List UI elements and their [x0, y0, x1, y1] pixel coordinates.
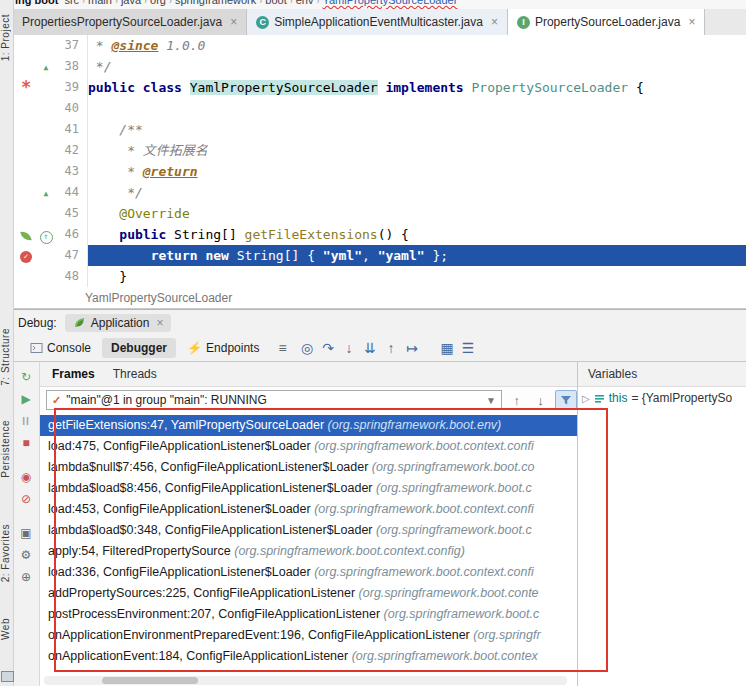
stack-frames-list[interactable]: getFileExtensions:47, YamlPropertySource… — [40, 413, 577, 686]
stack-frame-row[interactable]: onApplicationEnvironmentPreparedEvent:19… — [40, 625, 577, 646]
variable-value: = {YamlPropertySo — [631, 391, 732, 405]
step-into-icon[interactable]: ↓ — [339, 340, 360, 356]
run-to-cursor-icon[interactable]: ↦ — [402, 340, 423, 356]
variable-row-this[interactable]: ▷ this = {YamlPropertySo — [578, 387, 746, 409]
fold-marker-icon[interactable]: ▲ — [44, 63, 49, 72]
breakpoint-icon[interactable]: ✓ — [20, 251, 32, 263]
stack-frame-row[interactable]: load:336, ConfigFileApplicationListener$… — [40, 562, 577, 583]
layout-settings-icon[interactable]: ☰ — [458, 340, 479, 356]
stack-frame-row[interactable]: lambda$null$7:456, ConfigFileApplication… — [40, 457, 577, 478]
code-line: 45 @Override — [13, 203, 746, 224]
line-number[interactable]: 41 — [53, 119, 87, 140]
tool-button-project[interactable]: 1: Project — [0, 14, 13, 61]
settings-gear-icon[interactable]: ⚙ — [15, 544, 37, 566]
stack-frame-row[interactable]: postProcessEnvironment:207, ConfigFileAp… — [40, 604, 577, 625]
breadcrumb-segment[interactable]: src — [64, 0, 79, 6]
tab-endpoints[interactable]: ⚡ Endpoints — [178, 338, 268, 358]
code-line: 37 * @since 1.0.0 — [13, 35, 746, 56]
line-number[interactable]: 47 — [53, 245, 87, 266]
spring-bean-icon[interactable] — [20, 230, 32, 242]
stack-frame-row[interactable]: load:475, ConfigFileApplicationListener$… — [40, 436, 577, 457]
tool-button-structure[interactable]: 7: Structure — [0, 328, 13, 386]
breadcrumb-segment[interactable]: env — [296, 0, 314, 6]
tool-button-favorites[interactable]: 2: Favorites — [0, 524, 13, 582]
line-number[interactable]: 42 — [53, 140, 87, 161]
line-number[interactable]: 43 — [53, 161, 87, 182]
stack-frame-row[interactable]: getFileExtensions:47, YamlPropertySource… — [40, 415, 577, 436]
step-over-icon[interactable]: ↷ — [318, 340, 339, 356]
fold-marker-icon[interactable]: ▲ — [44, 189, 49, 198]
show-execution-point-icon[interactable]: ◎ — [297, 340, 318, 356]
tab-debugger[interactable]: Debugger — [102, 338, 176, 358]
class-marker-icon: * — [21, 77, 31, 97]
stack-frame-row[interactable]: load:453, ConfigFileApplicationListener$… — [40, 499, 577, 520]
chevron-right-icon: › — [82, 0, 85, 6]
next-frame-icon[interactable]: ↓ — [532, 393, 550, 408]
monitor-icon[interactable] — [1, 671, 14, 682]
stop-icon[interactable]: ■ — [15, 432, 37, 454]
step-out-icon[interactable]: ↑ — [381, 340, 402, 356]
variable-name: this — [609, 391, 628, 405]
line-number[interactable]: 44 — [53, 182, 87, 203]
chevron-right-icon: › — [115, 0, 118, 6]
view-grid-icon[interactable]: ▦ — [437, 340, 458, 356]
breadcrumb-segment[interactable]: java — [121, 0, 141, 6]
frames-panel-header: Frames Threads — [40, 362, 577, 387]
tab-frames[interactable]: Frames — [52, 367, 95, 381]
view-breakpoints-icon[interactable]: ◉ — [15, 466, 37, 488]
thread-selector-dropdown[interactable]: ✓ "main"@1 in group "main": RUNNING ▼ — [46, 390, 502, 410]
chevron-right-icon: › — [290, 0, 293, 6]
line-number[interactable]: 37 — [53, 35, 87, 56]
tab-console[interactable]: Console — [21, 338, 100, 358]
breadcrumb-segment[interactable]: main — [88, 0, 112, 6]
pause-icon[interactable]: II — [15, 410, 37, 432]
mute-breakpoints-icon[interactable]: ⊘ — [15, 488, 37, 510]
spring-boot-icon — [73, 316, 86, 329]
code-editor[interactable]: 37 * @since 1.0.0▲38 */*39public class Y… — [13, 35, 746, 288]
run-config-tab-application[interactable]: Application × — [65, 314, 172, 332]
line-number[interactable]: 40 — [53, 98, 87, 119]
expand-chevron-icon[interactable]: ▷ — [582, 393, 590, 404]
stack-frame-row[interactable]: lambda$load$8:456, ConfigFileApplication… — [40, 478, 577, 499]
line-number[interactable]: 48 — [53, 266, 87, 287]
chevron-right-icon: › — [169, 0, 172, 6]
tab-threads[interactable]: Threads — [113, 367, 157, 381]
close-icon[interactable]: × — [491, 15, 498, 29]
close-icon[interactable]: × — [156, 316, 163, 330]
breadcrumb-segment[interactable]: org — [150, 0, 166, 6]
resume-icon[interactable]: ▶ — [15, 388, 37, 410]
previous-frame-icon[interactable]: ↑ — [508, 393, 526, 408]
breadcrumb-segment[interactable]: springframework — [175, 0, 256, 6]
breadcrumb-segment[interactable]: boot — [265, 0, 286, 6]
stack-frame-row[interactable]: lambda$load$0:348, ConfigFileApplication… — [40, 520, 577, 541]
line-number[interactable]: 39 — [53, 77, 87, 98]
stack-frame-row[interactable]: addPropertySources:225, ConfigFileApplic… — [40, 583, 577, 604]
force-step-into-icon[interactable]: ⇊ — [360, 340, 381, 356]
stack-frame-row[interactable]: onApplicationEvent:184, ConfigFileApplic… — [40, 646, 577, 667]
tab-properties-property-source-loader[interactable]: PropertiesPropertySourceLoader.java × — [13, 9, 247, 35]
step-buttons-group: ◎↷↓⇊↑↦▦☰ — [297, 340, 479, 356]
close-icon[interactable]: × — [230, 15, 237, 29]
line-number[interactable]: 38 — [53, 56, 87, 77]
debug-panel-label: Debug: — [18, 316, 57, 330]
tool-button-persistence[interactable]: Persistence — [0, 420, 13, 478]
hamburger-menu-icon[interactable]: ≡ — [278, 340, 286, 356]
thread-dump-icon[interactable]: ▣ — [15, 522, 37, 544]
close-icon[interactable]: × — [688, 15, 695, 29]
breadcrumb-current[interactable]: YamlPropertySourceLoader — [322, 0, 457, 6]
breadcrumb[interactable]: YamlPropertySourceLoader — [13, 288, 746, 309]
rerun-icon[interactable]: ↻ — [15, 366, 37, 388]
tab-property-source-loader[interactable]: I PropertySourceLoader.java × — [508, 9, 705, 35]
scrollbar-thumb[interactable] — [102, 677, 198, 684]
pin-icon[interactable]: ⊕ — [15, 566, 37, 588]
filter-frames-icon[interactable] — [555, 390, 577, 410]
tool-button-web[interactable]: Web — [0, 618, 13, 640]
horizontal-scrollbar[interactable] — [44, 676, 567, 685]
stack-frame-row[interactable]: apply:54, FilteredPropertySource (org.sp… — [40, 541, 577, 562]
chevron-right-icon: › — [144, 0, 147, 6]
line-number[interactable]: 46 — [53, 224, 87, 245]
line-number[interactable]: 45 — [53, 203, 87, 224]
tab-simple-application-event-multicaster[interactable]: C SimpleApplicationEventMulticaster.java… — [247, 9, 508, 35]
implement-method-icon[interactable]: ↑ — [40, 231, 53, 244]
left-tool-stripe: 1: Project 7: Structure Persistence 2: F… — [0, 0, 14, 686]
